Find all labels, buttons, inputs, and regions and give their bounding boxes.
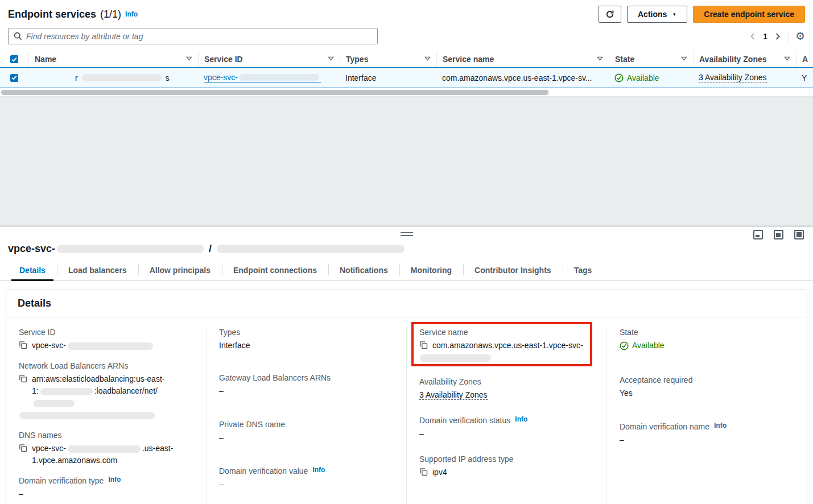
pagination-divider [788,30,789,43]
details-card: Details Service ID vpce-svc- [6,290,807,504]
panel-size-large-icon[interactable] [794,230,804,239]
preferences-gear-icon[interactable]: ⚙ [795,31,805,42]
copy-icon[interactable] [419,341,428,349]
table-row[interactable]: r s vpce-svc- Interface com.amazonaws.vp… [0,67,813,88]
search-icon [14,32,22,40]
availability-zones-popover-link[interactable]: 3 Availability Zones [699,73,767,82]
row-name-cell: r s [28,68,198,88]
column-header-service-name[interactable]: Service name [436,51,609,67]
caret-down-icon: ▼ [672,13,676,17]
table-header-row: Name Service ID Types Service name State… [0,51,813,67]
field-supported-ip: Supported IP address type ipv4 [419,455,594,478]
filter-icon[interactable] [784,56,790,62]
field-dns-names: DNS names vpce-svc-.us-east- 1.vpce.amaz… [19,431,193,466]
redacted-panel-title-name [217,245,405,253]
available-check-icon [614,73,624,82]
copy-icon[interactable] [419,468,428,476]
filter-icon[interactable] [328,56,334,62]
copy-icon[interactable] [19,341,27,349]
create-endpoint-service-label: Create endpoint service [704,10,794,19]
redacted-service-id-value [68,342,153,350]
copy-icon[interactable] [19,444,27,452]
endpoint-services-page: Endpoint services (1/1) Info Actions ▼ C… [0,0,813,504]
domain-verification-type-info-link[interactable]: Info [108,476,121,484]
column-header-name[interactable]: Name [28,51,198,67]
search-input[interactable] [26,32,372,41]
details-column-4: State Available Acceptance required [606,327,807,504]
search-box[interactable] [8,28,378,44]
column-header-service-id[interactable]: Service ID [198,51,340,67]
redacted-arn-tail [19,412,155,419]
state-available: Available [614,73,659,82]
filter-icon[interactable] [424,56,431,62]
redacted-service-id [240,74,319,81]
select-all-checkbox[interactable] [10,55,18,63]
create-endpoint-service-button[interactable]: Create endpoint service [693,6,805,23]
row-state-cell: Available [609,68,693,88]
field-acceptance-required: Acceptance required Yes [620,375,794,399]
details-column-2: Types Interface Gateway Load Balancers A… [206,327,406,504]
field-nlb-arns: Network Load Balancers ARNs arn:aws:elas… [19,361,193,421]
select-all-cell [0,51,28,67]
state-available: Available [620,340,665,352]
column-header-types[interactable]: Types [340,51,436,67]
tab-details[interactable]: Details [8,261,57,280]
field-service-id: Service ID vpce-svc- [19,328,193,352]
copy-icon[interactable] [19,374,27,383]
panel-size-medium-icon[interactable] [774,230,783,239]
availability-zones-popover-link[interactable]: 3 Availability Zones [419,390,488,400]
field-domain-verification-value: Domain verification value Info – [219,466,394,490]
service-id-link[interactable]: vpce-svc- [204,73,321,82]
tab-notifications[interactable]: Notifications [328,261,399,280]
page-title-group: Endpoint services (1/1) Info [8,9,138,20]
refresh-button[interactable] [599,6,621,23]
field-availability-zones: Availability Zones 3 Availability Zones [419,377,594,401]
tab-contributor-insights[interactable]: Contributor Insights [463,261,563,280]
panel-drag-handle[interactable] [401,232,413,236]
details-column-3: Service name com.amazonaws.vpce.us-east-… [406,327,606,504]
actions-button-label: Actions [638,10,667,19]
redacted-account-id [40,388,93,395]
next-page-button[interactable] [774,32,781,40]
domain-verification-value-info-link[interactable]: Info [312,466,325,474]
filter-icon[interactable] [597,56,603,62]
tab-endpoint-connections[interactable]: Endpoint connections [222,261,328,280]
panel-tabs: Details Load balancers Allow principals … [0,261,813,281]
available-check-icon [620,341,629,350]
panel-title: vpce-svc- / [0,242,813,261]
tab-tags[interactable]: Tags [563,261,604,280]
redacted-lb-name [34,400,75,407]
domain-verification-status-info-link[interactable]: Info [515,415,527,423]
split-panel-top [0,227,813,242]
details-column-1: Service ID vpce-svc- Network Load Balanc… [6,327,206,504]
actions-button[interactable]: Actions ▼ [627,6,687,23]
field-state: State Available [620,328,794,354]
row-types-cell: Interface [340,68,436,88]
column-header-state[interactable]: State [609,51,693,67]
empty-background [0,96,813,226]
row-service-name-cell: com.amazonaws.vpce.us-east-1.vpce-sv... [436,68,609,88]
tab-load-balancers[interactable]: Load balancers [57,261,138,280]
refresh-icon [605,10,614,19]
field-service-name: Service name com.amazonaws.vpce.us-east-… [419,328,594,363]
column-header-partial[interactable]: A [796,51,813,67]
row-service-id-cell: vpce-svc- [198,68,340,88]
horizontal-scrollbar[interactable] [0,89,813,96]
row-select-cell [0,68,28,88]
redacted-service-name-tail [420,354,491,362]
toolbar: Endpoint services (1/1) Info Actions ▼ C… [0,0,813,23]
title-info-link[interactable]: Info [125,10,138,18]
current-page[interactable]: 1 [763,32,767,41]
tab-allow-principals[interactable]: Allow principals [138,261,222,280]
prev-page-button[interactable] [749,32,756,40]
column-header-availability-zones[interactable]: Availability Zones [693,51,796,67]
filter-icon[interactable] [681,56,687,62]
filter-icon[interactable] [186,56,192,62]
field-types: Types Interface [219,328,394,352]
row-checkbox[interactable] [10,74,18,82]
tab-monitoring[interactable]: Monitoring [399,261,463,280]
domain-verification-name-info-link[interactable]: Info [714,422,727,429]
panel-size-small-icon[interactable] [753,230,763,239]
horizontal-scrollbar-thumb[interactable] [1,90,548,95]
field-domain-verification-type: Domain verification type Info – [19,476,193,500]
